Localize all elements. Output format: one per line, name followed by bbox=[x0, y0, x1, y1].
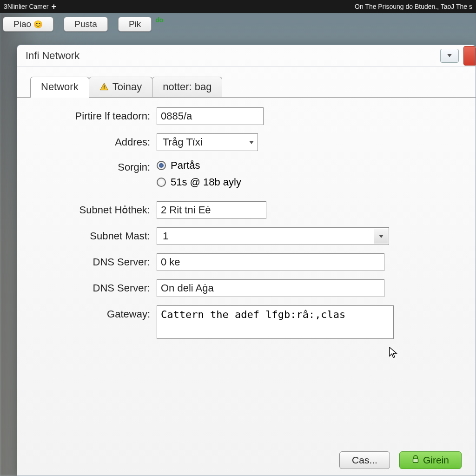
ok-button[interactable]: Girein bbox=[399, 451, 462, 469]
svg-rect-0 bbox=[104, 86, 105, 88]
gateway-input[interactable] bbox=[157, 305, 394, 339]
topbar-status: On The Prisoung do Btuden., TaoJ The s bbox=[355, 3, 472, 10]
dns1-input[interactable] bbox=[157, 253, 384, 271]
tab-pik[interactable]: Pikdo bbox=[118, 17, 152, 32]
radio-checked-icon bbox=[157, 161, 166, 170]
lock-icon bbox=[412, 455, 419, 466]
dns2-input[interactable] bbox=[157, 279, 384, 297]
dialog-button-row: Cas... Girein bbox=[339, 451, 462, 469]
svg-rect-1 bbox=[104, 88, 105, 89]
gateway-label: Gateway: bbox=[36, 305, 157, 320]
topbar-title: 3Nlinlier Camer bbox=[4, 3, 48, 10]
tab-notter-bag[interactable]: notter: bag bbox=[152, 77, 222, 98]
app-topbar: 3Nlinlier Camer + On The Prisoung do Btu… bbox=[0, 0, 476, 13]
chevron-down-icon bbox=[249, 141, 254, 144]
dialog-tabs: Network Toinay notter: bag bbox=[30, 77, 476, 98]
addres-label: Addres: bbox=[36, 136, 157, 148]
network-form: Pirtire lf teadorn: Addres: Tråg Tïxi So… bbox=[17, 98, 476, 341]
chevron-down-icon bbox=[447, 54, 452, 57]
sorgin-label: Sorgin: bbox=[36, 159, 157, 173]
browser-tabs: Piao 😊 Pusta Pikdo bbox=[0, 13, 476, 32]
tab-toinay[interactable]: Toinay bbox=[89, 77, 153, 98]
dialog-titlebar: Infi Network bbox=[17, 45, 476, 66]
tab-piao[interactable]: Piao 😊 bbox=[3, 17, 53, 32]
network-dialog: Infi Network Network Toinay notter: bag … bbox=[17, 45, 476, 476]
do-badge: do bbox=[155, 16, 163, 24]
dropdown-window-button[interactable] bbox=[440, 49, 459, 63]
radio-unchecked-icon bbox=[157, 178, 166, 187]
warning-icon bbox=[99, 82, 109, 92]
sorgin-option-partas[interactable]: Partås bbox=[157, 159, 241, 172]
close-window-button[interactable] bbox=[463, 46, 476, 66]
dialog-title: Infi Network bbox=[26, 50, 79, 62]
sorgin-option-51s[interactable]: 51s @ 18b ayly bbox=[157, 176, 241, 188]
addres-select[interactable]: Tråg Tïxi bbox=[157, 133, 258, 151]
subnet-mast-combo[interactable]: 1 bbox=[157, 227, 389, 245]
tab-pusta[interactable]: Pusta bbox=[64, 17, 108, 32]
subnet-mast-label: Subnet Mast: bbox=[36, 230, 157, 242]
cancel-button[interactable]: Cas... bbox=[339, 451, 390, 469]
add-tab-icon[interactable]: + bbox=[51, 2, 56, 12]
dns2-label: DNS Server: bbox=[36, 282, 157, 294]
dns1-label: DNS Server: bbox=[36, 256, 157, 268]
pirtire-input[interactable] bbox=[157, 107, 264, 125]
subnet-hothek-input[interactable] bbox=[157, 201, 266, 219]
subnet-hothek-label: Subnet Hȯthek: bbox=[36, 204, 157, 216]
tab-network[interactable]: Network bbox=[30, 77, 89, 98]
chevron-down-icon bbox=[379, 235, 383, 238]
pirtire-label: Pirtire lf teadorn: bbox=[36, 110, 157, 122]
face-icon: 😊 bbox=[33, 20, 43, 28]
svg-rect-2 bbox=[413, 459, 418, 463]
